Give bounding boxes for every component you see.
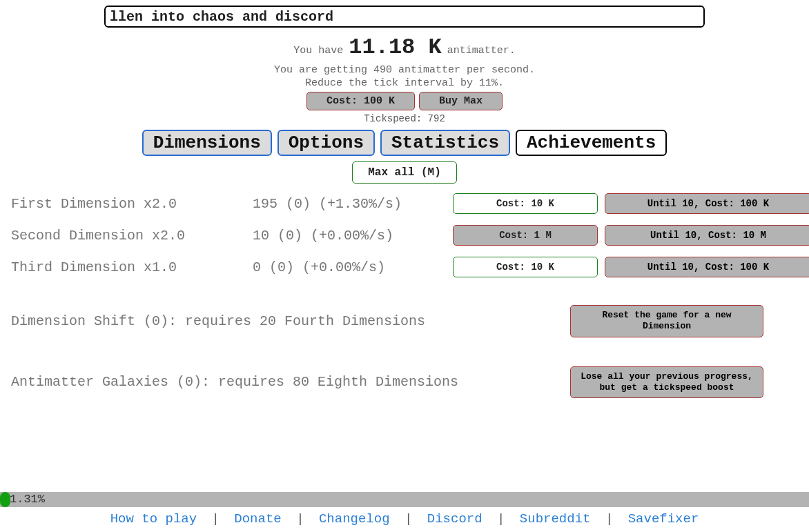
antimatter-prefix: You have [293, 45, 343, 57]
dimension-buy-until-button[interactable]: Until 10, Cost: 10 M [605, 225, 809, 246]
dimension-row: Third Dimension x1.00 (0) (+0.00%/s)Cost… [11, 257, 798, 277]
link-discord[interactable]: Discord [427, 511, 483, 526]
dimension-shift-label: Dimension Shift (0): requires 20 Fourth … [11, 313, 556, 329]
link-savefixer[interactable]: Savefixer [628, 511, 699, 526]
dimension-stats: 0 (0) (+0.00%/s) [253, 259, 446, 275]
progress-bar: 1.31% [0, 492, 809, 507]
dimension-row: Second Dimension x2.010 (0) (+0.00%/s)Co… [11, 225, 798, 246]
tab-statistics[interactable]: Statistics [380, 130, 510, 156]
tab-dimensions[interactable]: Dimensions [142, 130, 272, 156]
separator: | [497, 511, 505, 526]
dimension-stats: 195 (0) (+1.30%/s) [253, 196, 446, 212]
dimension-name: Third Dimension x1.0 [11, 259, 246, 275]
separator: | [212, 511, 220, 526]
tickspeed-value: Tickspeed: 792 [364, 113, 445, 124]
dimension-name: First Dimension x2.0 [11, 196, 246, 212]
antimatter-rate: You are getting 490 antimatter per secon… [274, 64, 535, 76]
footer-links: How to play | Donate | Changelog | Disco… [0, 507, 809, 532]
progress-label: 1.31% [10, 492, 45, 507]
dimensions-table: First Dimension x2.0195 (0) (+1.30%/s)Co… [11, 193, 798, 288]
separator: | [296, 511, 304, 526]
dimension-buy-one-button[interactable]: Cost: 10 K [453, 257, 598, 277]
news-ticker: llen into chaos and discord [104, 6, 705, 28]
antimatter-galaxy-button[interactable]: Lose all your previous progress, but get… [570, 366, 763, 399]
tab-bar: Dimensions Options Statistics Achievemen… [142, 130, 667, 156]
tickspeed-buymax-button[interactable]: Buy Max [419, 92, 503, 110]
dimension-buy-one-button[interactable]: Cost: 10 K [453, 193, 598, 214]
antimatter-galaxy-label: Antimatter Galaxies (0): requires 80 Eig… [11, 374, 556, 390]
separator: | [605, 511, 613, 526]
dimension-stats: 10 (0) (+0.00%/s) [253, 228, 446, 244]
antimatter-line: You have 11.18 K antimatter. [293, 35, 515, 60]
tick-reduce-text: Reduce the tick interval by 11%. [305, 77, 504, 89]
max-all-button[interactable]: Max all (M) [352, 161, 457, 184]
antimatter-value: 11.18 K [349, 35, 441, 60]
link-donate[interactable]: Donate [234, 511, 281, 526]
link-subreddit[interactable]: Subreddit [520, 511, 591, 526]
link-changelog[interactable]: Changelog [319, 511, 390, 526]
tickspeed-cost-button[interactable]: Cost: 100 K [306, 92, 415, 110]
dimension-name: Second Dimension x2.0 [11, 228, 246, 244]
antimatter-suffix: antimatter. [447, 45, 516, 57]
footer: 1.31% How to play | Donate | Changelog |… [0, 492, 809, 532]
dimension-buy-one-button[interactable]: Cost: 1 M [453, 225, 598, 246]
dimension-buy-until-button[interactable]: Until 10, Cost: 100 K [605, 257, 809, 277]
dimension-shift-button[interactable]: Reset the game for a new Dimension [570, 305, 763, 337]
dimension-buy-until-button[interactable]: Until 10, Cost: 100 K [605, 193, 809, 214]
link-how-to-play[interactable]: How to play [110, 511, 197, 526]
separator: | [404, 511, 412, 526]
dimension-row: First Dimension x2.0195 (0) (+1.30%/s)Co… [11, 193, 798, 214]
tab-options[interactable]: Options [277, 130, 375, 156]
tab-achievements[interactable]: Achievements [516, 130, 667, 156]
